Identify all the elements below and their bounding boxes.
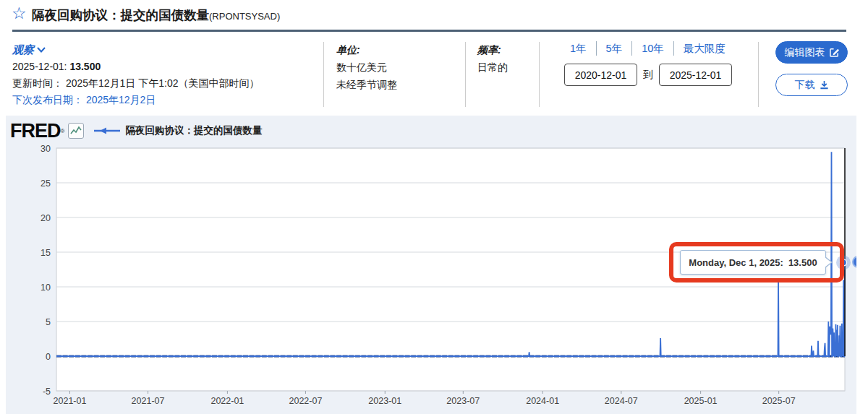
next-release-row: 下次发布日期： 2025年12月2日 xyxy=(12,92,260,108)
separator xyxy=(631,41,632,56)
units-adjustment: 未经季节调整 xyxy=(336,76,397,93)
download-button[interactable]: 下载 xyxy=(775,74,848,96)
frequency-section: 频率: 日常的 xyxy=(477,41,508,76)
tooltip-date: Monday, Dec 1, 2025: xyxy=(689,257,783,268)
divider xyxy=(465,42,466,107)
series-title: 隔夜回购协议：提交的国债数量 xyxy=(32,8,209,22)
edit-chart-button[interactable]: 编辑图表 xyxy=(775,41,848,64)
y-tick-label: 30 xyxy=(41,144,51,154)
range-link-10y[interactable]: 10年 xyxy=(642,42,664,56)
header-divider xyxy=(12,30,846,32)
chart-container: -50510152025302021-012021-072022-012022-… xyxy=(6,116,856,414)
range-link-max[interactable]: 最大限度 xyxy=(684,42,726,56)
y-tick-label: 0 xyxy=(46,352,51,362)
y-tick-label: -5 xyxy=(43,387,51,397)
y-tick-label: 5 xyxy=(46,317,51,327)
observation-row: 2025-12-01: 13.500 xyxy=(12,59,260,75)
x-tick-label: 2023-07 xyxy=(446,396,480,406)
range-section: 1年 5年 10年 最大限度 到 xyxy=(564,41,756,86)
updated-label: 更新时间： xyxy=(12,77,63,89)
fred-chart-icon xyxy=(68,123,84,139)
download-label: 下载 xyxy=(795,79,815,92)
data-point-marker xyxy=(841,259,847,266)
page-title: 隔夜回购协议：提交的国债数量(RPONTSYSAD) xyxy=(32,7,280,24)
range-dates: 到 xyxy=(564,64,756,86)
edit-icon xyxy=(830,48,839,57)
units-value: 数十亿美元 xyxy=(336,59,397,76)
observation-toggle[interactable]: 观察 xyxy=(12,41,46,58)
registered-mark: ® xyxy=(61,128,65,134)
units-section: 单位: 数十亿美元 未经季节调整 xyxy=(336,41,397,93)
observation-section: 观察 2025-12-01: 13.500 更新时间： 2025年12月1日 下… xyxy=(12,41,260,108)
favorite-star-icon[interactable]: ☆ xyxy=(12,5,27,22)
x-tick-label: 2025-07 xyxy=(762,396,796,406)
divider xyxy=(323,42,324,107)
observation-label: 观察 xyxy=(12,41,34,58)
separator xyxy=(596,41,597,56)
edit-chart-label: 编辑图表 xyxy=(785,46,825,59)
actions-section: 编辑图表 下载 xyxy=(775,41,848,96)
chart-tooltip: Monday, Dec 1, 2025: 13.500 xyxy=(680,250,826,275)
observation-date: 2025-12-01: xyxy=(12,61,67,72)
tooltip-value: 13.500 xyxy=(788,257,817,268)
updated-value: 2025年12月1日 下午1:02（美国中部时间） xyxy=(66,77,260,89)
page-header: ☆ 隔夜回购协议：提交的国债数量(RPONTSYSAD) xyxy=(0,0,868,30)
y-tick-label: 20 xyxy=(41,213,51,223)
legend-line-icon xyxy=(94,127,120,134)
legend-label: 隔夜回购协议：提交的国债数量 xyxy=(125,124,262,137)
divider xyxy=(758,42,759,107)
series-id: (RPONTSYSAD) xyxy=(209,11,280,22)
chart-header: FRED® 隔夜回购协议：提交的国债数量 xyxy=(10,120,262,142)
divider xyxy=(539,42,540,107)
units-label: 单位: xyxy=(336,41,397,59)
x-tick-label: 2021-01 xyxy=(54,396,87,406)
y-tick-label: 15 xyxy=(41,248,51,258)
download-icon xyxy=(820,80,829,90)
chevron-down-icon xyxy=(37,47,46,53)
chart-legend[interactable]: 隔夜回购协议：提交的国债数量 xyxy=(94,124,262,137)
x-tick-label: 2021-07 xyxy=(132,396,165,406)
separator xyxy=(673,41,674,56)
x-tick-label: 2024-01 xyxy=(526,396,559,406)
range-link-1y[interactable]: 1年 xyxy=(570,42,587,56)
x-tick-label: 2025-01 xyxy=(684,396,718,406)
x-tick-label: 2024-07 xyxy=(605,396,638,406)
x-tick-label: 2022-01 xyxy=(210,396,244,406)
range-links: 1年 5年 10年 最大限度 xyxy=(570,41,756,56)
end-date-input[interactable] xyxy=(659,64,732,86)
fred-logo: FRED xyxy=(10,121,61,141)
updated-row: 更新时间： 2025年12月1日 下午1:02（美国中部时间） xyxy=(12,75,260,92)
next-release-date[interactable]: 2025年12月2日 xyxy=(86,94,156,105)
info-bar: 观察 2025-12-01: 13.500 更新时间： 2025年12月1日 下… xyxy=(0,36,868,112)
next-release-label: 下次发布日期： xyxy=(12,94,83,105)
frequency-value: 日常的 xyxy=(477,59,508,76)
x-tick-label: 2023-01 xyxy=(368,396,401,406)
x-tick-label: 2022-07 xyxy=(289,396,322,406)
start-date-input[interactable] xyxy=(564,64,637,86)
range-link-5y[interactable]: 5年 xyxy=(606,42,623,56)
observation-value: 13.500 xyxy=(69,61,101,72)
y-tick-label: 10 xyxy=(41,283,51,293)
y-tick-label: 25 xyxy=(41,178,51,189)
to-label: 到 xyxy=(643,69,653,82)
frequency-label: 频率: xyxy=(477,41,508,59)
